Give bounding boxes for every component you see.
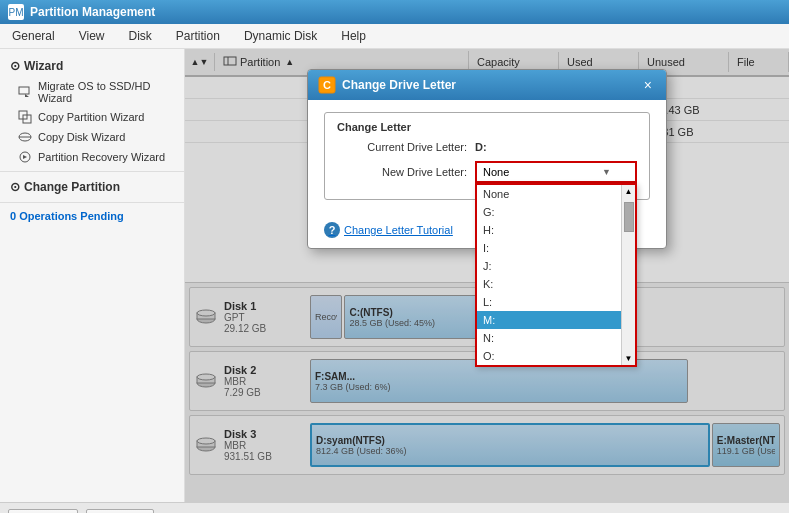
new-drive-dropdown[interactable]: None ▼: [475, 161, 637, 183]
scroll-thumb[interactable]: [624, 202, 634, 232]
dropdown-option-g[interactable]: G:: [477, 203, 635, 221]
dialog-title-icon: C: [318, 76, 336, 94]
wizard-section: ⊙ Wizard: [0, 55, 184, 77]
change-expand-icon[interactable]: ⊙: [10, 180, 20, 194]
ops-pending: 0 Operations Pending: [0, 207, 184, 225]
dialog-overlay: C Change Drive Letter × Change Letter Cu…: [185, 49, 789, 502]
svg-rect-0: [19, 87, 29, 94]
dropdown-option-k[interactable]: K:: [477, 275, 635, 293]
menu-view[interactable]: View: [75, 27, 109, 45]
current-drive-value: D:: [475, 141, 487, 153]
app-title: Partition Management: [30, 5, 155, 19]
menu-partition[interactable]: Partition: [172, 27, 224, 45]
dropdown-arrow-icon: ▼: [602, 167, 611, 177]
menu-general[interactable]: General: [8, 27, 59, 45]
change-partition-section: ⊙ Change Partition: [0, 176, 184, 198]
help-icon: ?: [324, 222, 340, 238]
content-area: ▲▼ Partition ▲ Capacity Used Unused File…: [185, 49, 789, 502]
sidebar-item-copy-partition[interactable]: Copy Partition Wizard: [0, 107, 184, 127]
dialog-body: Change Letter Current Drive Letter: D: N…: [308, 100, 666, 222]
new-drive-letter-row: New Drive Letter: None ▼: [337, 161, 637, 183]
main-layout: ⊙ Wizard Migrate OS to SSD/HD Wizard Cop…: [0, 49, 789, 502]
dropdown-option-h[interactable]: H:: [477, 221, 635, 239]
dialog-title-text: Change Drive Letter: [342, 78, 634, 92]
sidebar-item-recovery[interactable]: Partition Recovery Wizard: [0, 147, 184, 167]
menu-dynamic-disk[interactable]: Dynamic Disk: [240, 27, 321, 45]
current-drive-letter-row: Current Drive Letter: D:: [337, 141, 637, 153]
new-drive-label: New Drive Letter:: [337, 166, 467, 178]
menu-bar: General View Disk Partition Dynamic Disk…: [0, 24, 789, 49]
dropdown-option-i[interactable]: I:: [477, 239, 635, 257]
sidebar: ⊙ Wizard Migrate OS to SSD/HD Wizard Cop…: [0, 49, 185, 502]
apply-button[interactable]: ✔ Apply: [8, 509, 78, 514]
wizard-expand-icon[interactable]: ⊙: [10, 59, 20, 73]
sidebar-divider-1: [0, 171, 184, 172]
dropdown-option-none[interactable]: None: [477, 185, 635, 203]
recovery-icon: [18, 150, 32, 164]
dropdown-option-o[interactable]: O:: [477, 347, 635, 365]
sidebar-divider-2: [0, 202, 184, 203]
group-title: Change Letter: [337, 121, 637, 133]
menu-help[interactable]: Help: [337, 27, 370, 45]
dropdown-option-l[interactable]: L:: [477, 293, 635, 311]
scroll-down-button[interactable]: ▼: [623, 352, 635, 365]
dialog-title-bar: C Change Drive Letter ×: [308, 70, 666, 100]
new-drive-dropdown-container: None ▼ None: [475, 161, 637, 183]
change-letter-tutorial-link[interactable]: ? Change Letter Tutorial: [324, 222, 453, 238]
migrate-icon: [18, 85, 32, 99]
sidebar-item-copy-disk[interactable]: Copy Disk Wizard: [0, 127, 184, 147]
dropdown-option-j[interactable]: J:: [477, 257, 635, 275]
undo-button[interactable]: ↩ Undo: [86, 509, 154, 514]
copy-partition-icon: [18, 110, 32, 124]
svg-text:C: C: [323, 79, 331, 91]
bottom-bar: ✔ Apply ↩ Undo: [0, 502, 789, 513]
sidebar-item-migrate[interactable]: Migrate OS to SSD/HD Wizard: [0, 77, 184, 107]
copy-disk-icon: [18, 130, 32, 144]
app-icon: PM: [8, 4, 24, 20]
dialog-close-button[interactable]: ×: [640, 77, 656, 93]
scroll-up-button[interactable]: ▲: [623, 185, 635, 198]
change-letter-group: Change Letter Current Drive Letter: D: N…: [324, 112, 650, 200]
dropdown-list: None G: H:: [475, 183, 637, 367]
current-drive-label: Current Drive Letter:: [337, 141, 467, 153]
dropdown-option-m[interactable]: M:: [477, 311, 635, 329]
change-drive-letter-dialog: C Change Drive Letter × Change Letter Cu…: [307, 69, 667, 249]
dropdown-scrollbar: ▲ ▼: [621, 185, 635, 365]
dropdown-selected-value: None: [483, 166, 509, 178]
dropdown-option-n[interactable]: N:: [477, 329, 635, 347]
menu-disk[interactable]: Disk: [125, 27, 156, 45]
title-bar: PM Partition Management: [0, 0, 789, 24]
